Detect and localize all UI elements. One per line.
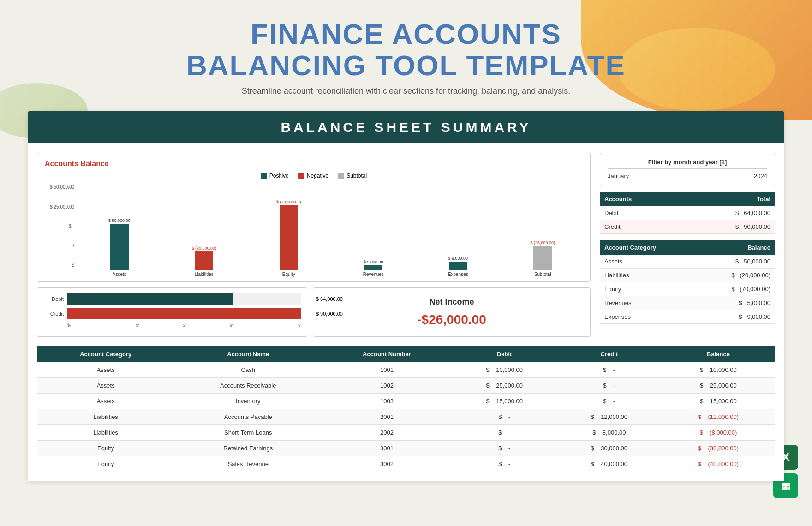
bar-value-revenues: $ 5,000.00 [364,260,383,264]
y-axis-label-4: $ [45,243,74,248]
accounts-summary-row-credit: Credit $ 90,000.00 [600,220,775,234]
bar-label-equity: Equity [282,272,295,277]
accounts-summary-th-total: Total [679,192,775,206]
bar-rect-liabilities [195,251,213,270]
detail-row-2: Assets Accounts Receivable 1002 $ 25,000… [37,378,775,394]
detail-td-balance-3: $ 15,000.00 [662,394,775,409]
detail-td-credit-6: $ 30,000.00 [557,441,662,456]
hbar-axis-1: $' [114,323,161,328]
legend-dot-subtotal [338,173,344,179]
detail-td-num-7: 3002 [322,456,452,472]
detail-row-3: Assets Inventory 1003 $ 15,000.00 $ - $ … [37,394,775,409]
category-td-assets: Assets [600,255,698,269]
category-th-balance: Balance [698,240,775,255]
category-td-revenues: Revenues [600,296,698,310]
detail-td-cat-3: Assets [37,394,174,409]
hbar-axis-0: $- [67,323,114,328]
accounts-summary-th-accounts: Accounts [600,192,679,206]
detail-td-credit-1: $ - [557,362,662,378]
filter-row: January 2024 [608,173,767,179]
detail-th-category: Account Category [37,346,174,362]
legend-label-positive: Positive [269,173,289,179]
detail-td-cat-7: Equity [37,456,174,472]
bar-value-subtotal: $ (26,000.00) [530,240,555,245]
y-axis-label-2: $ 25,000.00 [45,204,74,209]
net-income-title: Net Income [429,297,474,307]
detail-td-name-7: Sales Revenue [174,456,322,472]
filter-box: Filter by month and year [1] January 202… [600,153,775,185]
detail-td-balance-4: $ (12,000.00) [662,409,775,425]
bar-value-expenses: $ 9,000.00 [448,256,468,261]
bar-chart-container: Accounts Balance Positive Negative [37,153,591,282]
detail-td-num-4: 2001 [322,409,452,425]
chart-legend: Positive Negative Subtotal [45,173,583,179]
y-axis-label-5: $ [45,263,74,268]
detail-td-credit-4: $ 12,000.00 [557,409,662,425]
legend-dot-positive [261,173,267,179]
detail-td-num-6: 3001 [322,441,452,456]
hbar-row-debit: Debit $ 64,000.00 [43,293,301,305]
hbar-axis-4: $' [255,323,301,328]
legend-label-negative: Negative [307,173,328,179]
detail-th-credit: Credit [557,346,662,362]
bar-subtotal: $ (26,000.00) Subtotal [503,240,583,277]
hbar-label-credit: Credit [43,311,64,317]
detail-td-name-4: Accounts Payable [174,409,322,425]
detail-td-cat-2: Assets [37,378,174,394]
detail-th-balance: Balance [662,346,775,362]
title-text-brown2: BALANCING TOOL [186,49,457,81]
hbar-track-credit: $ 90,000.00 [67,308,301,319]
detail-td-name-1: Cash [174,362,322,378]
category-summary-table: Account Category Balance Assets $ 50,000… [600,240,775,324]
bar-expenses: $ 9,000.00 Expenses [418,256,498,277]
hbar-value-credit: $ 90,000.00 [316,311,343,317]
hbar-fill-debit [67,293,233,305]
detail-th-number: Account Number [322,346,452,362]
title-text-blue: TEMPLATE [466,49,626,81]
bar-label-expenses: Expenses [448,272,468,277]
bar-rect-equity [280,205,298,270]
detail-td-cat-5: Liabilities [37,425,174,441]
bar-value-equity: $ (70,000.00) [276,200,301,204]
bar-value-liabilities: $ (20,000.00) [191,246,216,251]
detail-th-name: Account Name [174,346,322,362]
balance-sheet-title: BALANCE SHEET SUMMARY [28,111,784,143]
category-th-category: Account Category [600,240,698,255]
detail-td-credit-7: $ 40,000.00 [557,456,662,472]
filter-month: January [608,173,629,179]
detail-td-debit-7: $ - [452,456,557,472]
hbar-axis: $- $' $' $' $' [43,323,301,328]
category-row-revenues: Revenues $ 5,000.00 [600,296,775,310]
bar-label-liabilities: Liabilities [195,272,214,277]
accounts-summary-td-credit-total: $ 90,000.00 [679,220,775,234]
detail-td-name-6: Retained Earnings [174,441,322,456]
accounts-summary-td-credit: Credit [600,220,679,234]
header-subtitle: Streamline account reconciliation with c… [28,85,784,97]
category-summary-header-row: Account Category Balance [600,240,775,255]
detail-td-debit-2: $ 25,000.00 [452,378,557,394]
detail-row-5: Liabilities Short-Term Loans 2002 $ - $ … [37,425,775,441]
charts-section: Accounts Balance Positive Negative [37,153,591,337]
category-td-liabilities: Liabilities [600,269,698,282]
hbar-value-debit: $ 64,000.00 [316,296,343,302]
category-td-equity-balance: $ (70,000.00) [698,282,775,296]
accounts-summary-td-debit-total: $ 64,000.00 [679,206,775,220]
title-line1: FINANCE ACCOUNTS [28,18,784,50]
legend-positive: Positive [261,173,289,179]
y-axis: $ 50,000.00 $ 25,000.00 $ - $ $ [45,185,77,268]
detail-td-cat-1: Assets [37,362,174,378]
detail-td-balance-5: $ (8,000.00) [662,425,775,441]
detail-td-debit-4: $ - [452,409,557,425]
hbar-row-credit: Credit $ 90,000.00 [43,308,301,319]
legend-subtotal: Subtotal [338,173,367,179]
detail-td-name-5: Short-Term Loans [174,425,322,441]
bar-assets: $ 50,000.00 Assets [79,218,160,277]
detail-td-debit-1: $ 10,000.00 [452,362,557,378]
detail-td-balance-7: $ (40,000.00) [662,456,775,472]
detail-td-num-5: 2002 [322,425,452,441]
category-td-equity: Equity [600,282,698,296]
detail-td-balance-1: $ 10,000.00 [662,362,775,378]
y-axis-label-3: $ - [45,224,74,229]
net-income-box: Net Income -$26,000.00 [313,287,591,337]
bar-rect-subtotal [533,246,552,270]
